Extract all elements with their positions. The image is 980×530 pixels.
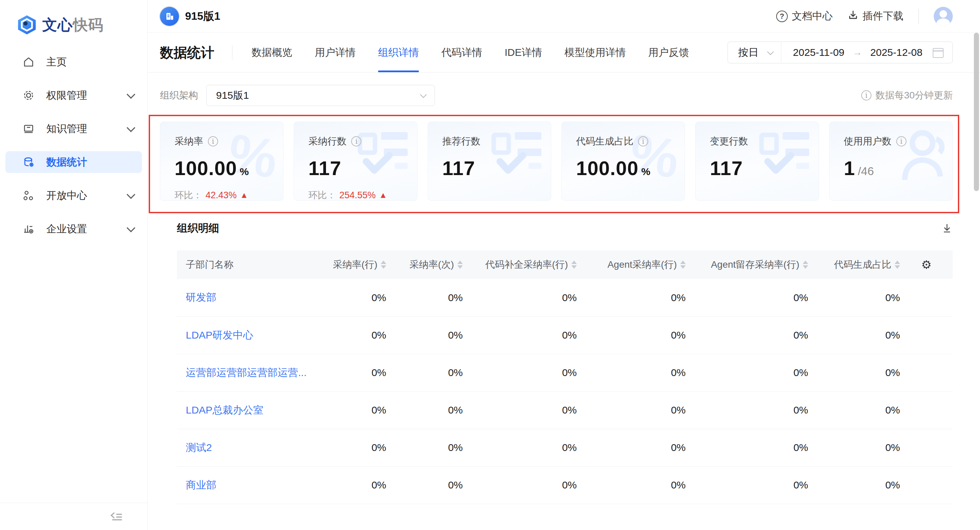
granularity-value: 按日 (738, 46, 759, 60)
sidebar-item-label: 开放中心 (46, 189, 127, 203)
cell-value: 0% (686, 354, 808, 391)
tab-ide-details[interactable]: IDE详情 (504, 33, 542, 72)
table-row: 运营部运营部运营部运营... 0% 0% 0% 0% 0% 0% (177, 354, 953, 391)
tab-user-details[interactable]: 用户详情 (315, 33, 356, 72)
org-filter-label: 组织架构 (160, 89, 198, 102)
content: 组织架构 915版1 数据每30分钟更新 采纳率 100.00% 环比：42.4… (148, 73, 980, 530)
col-adoption-rate-times: 采纳率(次) (409, 258, 454, 271)
stat-card-value: 117 (442, 157, 476, 179)
sort-icon[interactable] (803, 260, 808, 269)
panel-title: 组织明细 (177, 221, 219, 235)
cell-value: 0% (386, 466, 463, 504)
cell-value: 0% (320, 391, 386, 429)
doc-center-link[interactable]: 文档中心 (776, 9, 833, 23)
stat-card-unit: % (641, 166, 650, 177)
sidebar-item-open-center[interactable]: 开放中心 (5, 185, 142, 206)
col-codegen-ratio: 代码生成占比 (834, 258, 891, 271)
date-end: 2025-12-08 (870, 47, 923, 58)
stat-card-label: 推荐行数 (442, 135, 480, 148)
title-divider (232, 45, 232, 60)
stat-card-label: 代码生成占比 (576, 135, 633, 148)
tab-bar: 数据概览 用户详情 组织详情 代码详情 IDE详情 模型使用详情 用户反馈 (251, 33, 689, 72)
info-icon[interactable] (208, 136, 218, 147)
brand-logo: 文心快码 (0, 0, 147, 37)
sort-icon[interactable] (894, 260, 900, 269)
stat-card-recommended-lines: 推荐行数 117 (428, 121, 551, 201)
stat-card-codegen-ratio: 代码生成占比 100.00% % (562, 121, 685, 201)
cell-value: 0% (386, 279, 463, 316)
org-building-icon (160, 7, 179, 26)
org-chip[interactable]: 915版1 (160, 7, 220, 26)
info-icon[interactable] (638, 136, 648, 147)
book-icon (22, 123, 35, 135)
cell-value: 0% (808, 316, 900, 354)
dept-link[interactable]: 运营部运营部运营部运营... (186, 367, 307, 378)
chevron-down-icon (127, 190, 135, 199)
cell-value: 0% (463, 391, 577, 429)
app-window: 文心快码 主页 权限管理 知识管理 (0, 0, 980, 530)
dept-link[interactable]: LDAP研发中心 (186, 329, 253, 341)
table-download-button[interactable] (941, 222, 953, 234)
org-detail-panel: 组织明细 子部门名称 采纳率(行) 采纳率(次) 代码补全采纳 (177, 221, 953, 504)
compare-value: 254.55% (339, 190, 375, 201)
sidebar-item-statistics[interactable]: 数据统计 (5, 151, 142, 173)
date-range-picker[interactable]: 2025-11-09 → 2025-12-08 (781, 47, 953, 58)
sidebar-item-label: 主页 (46, 55, 133, 69)
cell-value: 0% (463, 316, 577, 354)
org-detail-table: 子部门名称 采纳率(行) 采纳率(次) 代码补全采纳率(行) Agent采纳率(… (177, 251, 953, 504)
info-icon[interactable] (896, 136, 907, 147)
stat-cards-row: 采纳率 100.00% 环比：42.43%▲ % 采纳行数 117 环比：254… (160, 121, 953, 201)
collapse-sidebar-icon[interactable] (109, 510, 123, 523)
tab-code-details[interactable]: 代码详情 (441, 33, 482, 72)
sort-icon[interactable] (680, 260, 686, 269)
stat-card-adoption-rate: 采纳率 100.00% 环比：42.43%▲ % (160, 121, 283, 201)
granularity-select[interactable]: 按日 (728, 42, 781, 63)
stat-card-label: 采纳率 (175, 135, 203, 148)
org-structure-select[interactable]: 915版1 (206, 85, 435, 106)
dept-link[interactable]: 研发部 (186, 292, 216, 303)
info-icon[interactable] (351, 136, 361, 147)
sort-icon[interactable] (571, 260, 577, 269)
sort-icon[interactable] (457, 260, 463, 269)
cell-value: 0% (577, 279, 686, 316)
trend-up-icon: ▲ (379, 190, 387, 200)
cell-value: 0% (686, 466, 808, 504)
stat-card-value: 100.00 (576, 157, 638, 179)
cell-value: 0% (577, 429, 686, 466)
tab-data-overview[interactable]: 数据概览 (251, 33, 292, 72)
dept-link[interactable]: LDAP总裁办公室 (186, 404, 263, 415)
table-row: LDAP总裁办公室 0% 0% 0% 0% 0% 0% (177, 391, 953, 429)
vertical-scrollbar-thumb[interactable] (974, 33, 979, 191)
column-settings-icon[interactable]: ⚙ (921, 258, 931, 271)
org-name: 915版1 (185, 9, 220, 24)
info-icon[interactable] (861, 90, 872, 101)
sidebar-item-home[interactable]: 主页 (5, 51, 142, 73)
tab-org-details[interactable]: 组织详情 (378, 33, 419, 72)
tab-user-feedback[interactable]: 用户反馈 (648, 33, 689, 72)
gear-icon (22, 89, 35, 102)
dept-link[interactable]: 商业部 (186, 479, 216, 490)
sidebar-item-permissions[interactable]: 权限管理 (5, 85, 142, 106)
dept-link[interactable]: 测试2 (186, 442, 212, 453)
table-row: LDAP研发中心 0% 0% 0% 0% 0% 0% (177, 316, 953, 354)
range-arrow-icon: → (853, 47, 862, 58)
page-title: 数据统计 (160, 43, 215, 62)
cell-value: 0% (320, 316, 386, 354)
stat-card-value: 100.00 (175, 157, 237, 179)
tab-model-usage-details[interactable]: 模型使用详情 (565, 33, 626, 72)
sidebar-item-knowledge[interactable]: 知识管理 (5, 118, 142, 140)
user-avatar[interactable] (934, 7, 953, 26)
cell-value: 0% (808, 391, 900, 429)
update-note: 数据每30分钟更新 (861, 89, 953, 102)
stat-card-adopted-lines: 采纳行数 117 环比：254.55%▲ (294, 121, 417, 201)
cell-value: 0% (320, 279, 386, 316)
sort-icon[interactable] (381, 260, 386, 269)
cell-value: 0% (808, 429, 900, 466)
stat-card-label: 使用用户数 (844, 135, 891, 148)
col-adoption-rate-lines: 采纳率(行) (333, 258, 377, 271)
table-row: 商业部 0% 0% 0% 0% 0% 0% (177, 466, 953, 504)
sidebar-item-enterprise-settings[interactable]: 企业设置 (5, 218, 142, 240)
plugin-download-link[interactable]: 插件下载 (848, 9, 904, 23)
nodes-icon (22, 189, 35, 202)
cell-value: 0% (808, 354, 900, 391)
